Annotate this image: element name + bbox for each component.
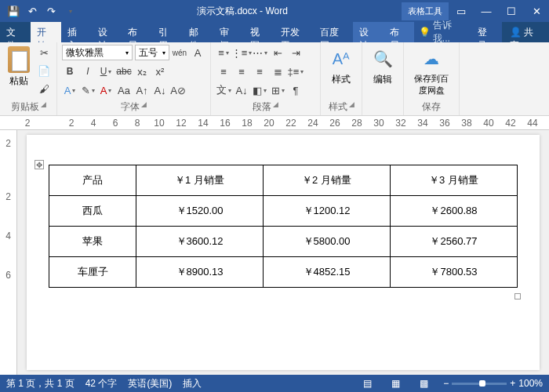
table-cell[interactable]: 车厘子 (49, 257, 136, 288)
save-baidu-button[interactable]: ☁ 保存到百度网盘 (409, 45, 454, 98)
char-shading-icon[interactable]: Aa (116, 82, 132, 98)
font-size-select[interactable]: 五号▾ (135, 45, 169, 60)
print-layout-icon[interactable]: ▦ (387, 376, 404, 390)
paste-button[interactable]: 粘贴 (5, 45, 33, 89)
close-icon[interactable]: ✕ (524, 0, 549, 22)
superscript-icon[interactable]: x² (152, 64, 168, 79)
editing-button[interactable]: 🔍 编辑 (367, 45, 398, 88)
table-cell[interactable]: 西瓜 (49, 196, 136, 227)
undo-icon[interactable]: ↶ (24, 2, 41, 20)
qat-more-icon[interactable] (61, 2, 78, 20)
table-cell[interactable]: ￥1520.00 (136, 196, 264, 227)
login-button[interactable]: 登录 (471, 22, 502, 42)
status-lang[interactable]: 英语(美国) (128, 377, 172, 390)
styles-button[interactable]: Aᴬ 样式 (325, 45, 357, 88)
tab-review[interactable]: 审阅 (213, 22, 244, 42)
styles-launcher-icon[interactable]: ◢ (349, 100, 354, 114)
web-layout-icon[interactable]: ▩ (415, 376, 432, 390)
table-resize-handle[interactable] (514, 293, 521, 299)
zoom-slider[interactable] (452, 383, 507, 385)
highlight-icon[interactable]: ✎ (80, 82, 96, 98)
line-spacing-icon[interactable]: ‡≡ (288, 64, 304, 79)
clipboard-launcher-icon[interactable]: ◢ (41, 100, 46, 114)
tell-me[interactable]: 💡告诉我... (414, 22, 471, 42)
table-header[interactable]: ￥3 月销量 (390, 165, 517, 196)
tab-table-layout[interactable]: 布局 (384, 22, 414, 42)
text-direction-icon[interactable]: 文 (216, 82, 231, 98)
data-table[interactable]: 产品 ￥1 月销量 ￥2 月销量 ￥3 月销量 西瓜 ￥1520.00 ￥120… (49, 165, 518, 288)
shading-icon[interactable]: ◧ (252, 82, 267, 98)
tab-layout[interactable]: 布局 (122, 22, 152, 42)
italic-icon[interactable]: I (80, 64, 96, 79)
table-cell[interactable]: ￥5800.00 (264, 227, 391, 257)
tab-view[interactable]: 视图 (244, 22, 274, 42)
tab-design[interactable]: 设计 (92, 22, 122, 42)
tab-developer[interactable]: 开发工 (274, 22, 314, 42)
table-header[interactable]: ￥1 月销量 (136, 165, 264, 196)
shrink-font-icon[interactable]: A↓ (152, 82, 168, 98)
clear-format-icon[interactable]: A⊘ (170, 82, 186, 98)
align-center-icon[interactable]: ≡ (234, 64, 249, 79)
zoom-control: − + 100% (443, 378, 543, 389)
paragraph-launcher-icon[interactable]: ◢ (273, 100, 278, 114)
table-cell[interactable]: ￥1200.12 (264, 196, 391, 227)
bold-icon[interactable]: B (62, 64, 78, 79)
phonetic-icon[interactable]: wén (172, 45, 187, 60)
tab-home[interactable]: 开始 (31, 22, 61, 42)
show-marks-icon[interactable]: ¶ (288, 82, 304, 98)
tab-insert[interactable]: 插入 (61, 22, 92, 42)
text-effects-icon[interactable]: A (62, 82, 78, 98)
increase-indent-icon[interactable]: ⇥ (288, 45, 304, 60)
maximize-icon[interactable]: ☐ (499, 0, 524, 22)
tab-baidu[interactable]: 百度网 (314, 22, 353, 42)
subscript-icon[interactable]: x₂ (134, 64, 150, 79)
font-color-icon[interactable]: A (98, 82, 114, 98)
status-words[interactable]: 42 个字 (85, 377, 118, 390)
zoom-level[interactable]: 100% (518, 378, 543, 389)
read-mode-icon[interactable]: ▤ (358, 376, 376, 390)
zoom-in-icon[interactable]: + (510, 378, 515, 389)
decrease-indent-icon[interactable]: ⇤ (270, 45, 285, 60)
cut-icon[interactable]: ✂ (36, 45, 52, 60)
table-cell[interactable]: ￥4852.15 (264, 257, 391, 288)
table-cell[interactable]: ￥2600.88 (390, 196, 517, 227)
sort-icon[interactable]: A↓ (234, 82, 249, 98)
vertical-ruler[interactable]: 2246 (0, 130, 17, 375)
tab-mail[interactable]: 邮件 (183, 22, 213, 42)
zoom-out-icon[interactable]: − (443, 378, 449, 389)
font-launcher-icon[interactable]: ◢ (141, 100, 147, 114)
multilevel-icon[interactable]: ⋯ (252, 45, 267, 60)
table-cell[interactable]: ￥8900.13 (136, 257, 264, 288)
redo-icon[interactable]: ↷ (42, 2, 60, 20)
horizontal-ruler[interactable]: 2246810121416182022242628303234363840424… (0, 116, 549, 130)
table-cell[interactable]: ￥3600.12 (136, 227, 264, 257)
copy-icon[interactable]: 📄 (36, 63, 52, 78)
status-page[interactable]: 第 1 页，共 1 页 (6, 377, 75, 390)
grow-font-icon[interactable]: A↑ (134, 82, 150, 98)
save-icon[interactable]: 💾 (5, 2, 22, 20)
tab-references[interactable]: 引用 (152, 22, 183, 42)
table-header[interactable]: 产品 (49, 165, 136, 196)
justify-icon[interactable]: ≣ (270, 64, 285, 79)
table-cell[interactable]: 苹果 (49, 227, 136, 257)
page-canvas[interactable]: ✥ 产品 ￥1 月销量 ￥2 月销量 ￥3 月销量 西瓜 ￥1520.00 ￥1… (27, 135, 540, 370)
tab-table-design[interactable]: 设计 (353, 22, 384, 42)
numbering-icon[interactable]: ⋮≡ (234, 45, 249, 60)
table-header[interactable]: ￥2 月销量 (264, 165, 391, 196)
format-painter-icon[interactable]: 🖌 (36, 81, 52, 96)
table-anchor-icon[interactable]: ✥ (35, 160, 44, 169)
align-right-icon[interactable]: ≡ (252, 64, 267, 79)
bullets-icon[interactable]: ≡ (216, 45, 231, 60)
minimize-icon[interactable]: ― (474, 0, 499, 22)
status-mode[interactable]: 插入 (183, 377, 202, 390)
font-name-select[interactable]: 微软雅黑▾ (62, 45, 133, 60)
char-border-icon[interactable]: A (190, 45, 205, 60)
share-button[interactable]: 👤 共享 (502, 22, 549, 42)
align-left-icon[interactable]: ≡ (216, 64, 231, 79)
tab-file[interactable]: 文件 (0, 22, 31, 42)
table-cell[interactable]: ￥7800.53 (390, 257, 517, 288)
table-cell[interactable]: ￥2560.77 (390, 227, 517, 257)
strike-icon[interactable]: abc (116, 64, 132, 79)
underline-icon[interactable]: U (98, 64, 114, 79)
borders-icon[interactable]: ⊞ (270, 82, 285, 98)
